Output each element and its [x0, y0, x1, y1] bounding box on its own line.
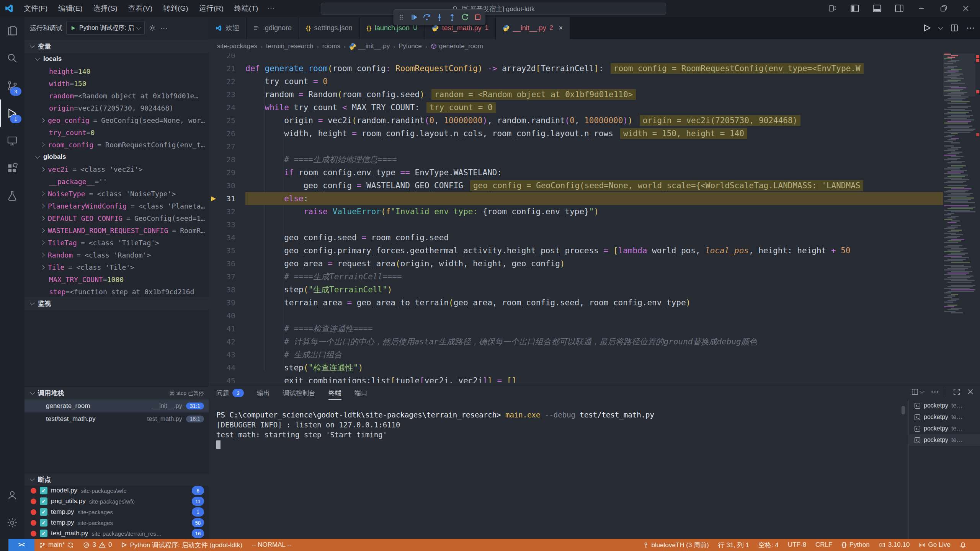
code-line[interactable]: 40 [209, 309, 943, 322]
checkbox-checked-icon[interactable]: ✓ [40, 530, 47, 537]
variable-row[interactable]: room_config = RoomRequestConfig(env_t… [24, 139, 209, 151]
gutter[interactable]: 25 [209, 114, 245, 127]
code-line[interactable]: 42 # 计算每一个出口的中心，然后使用astar生成路径，确保每一个出口组合都… [209, 335, 943, 348]
code-line[interactable]: 33 [209, 218, 943, 231]
variable-row[interactable]: NoiseType = <class 'NoiseType'> [24, 187, 209, 200]
gutter[interactable]: 20 [209, 54, 245, 62]
variable-row[interactable]: origin = vec2i(7205730, 9024468) [24, 102, 209, 114]
minimize-icon[interactable] [914, 2, 929, 15]
gutter[interactable]: 29 [209, 166, 245, 179]
breadcrumb-item[interactable]: site-packages [217, 42, 257, 50]
extensions-icon[interactable] [0, 155, 24, 182]
code-line[interactable]: 20 [209, 54, 943, 62]
minimap[interactable] [943, 54, 975, 383]
code-line[interactable]: 22 try_count = 0 [209, 75, 943, 88]
source-control-icon[interactable]: 3 [0, 72, 24, 99]
toggle-sidebar-icon[interactable] [848, 2, 862, 15]
run-and-debug-icon[interactable]: 1 [0, 99, 24, 127]
callstack-frame[interactable]: generate_room__init__.py31:1 [24, 399, 209, 412]
search-icon[interactable] [0, 44, 24, 72]
toggle-panel-icon[interactable] [870, 2, 884, 15]
maximize-panel-icon[interactable] [953, 388, 960, 395]
close-icon[interactable] [959, 2, 973, 15]
gitlens-author-item[interactable]: blueloveTH (3 周前) [638, 539, 714, 551]
close-icon[interactable]: × [559, 24, 563, 32]
variable-row[interactable]: height = 140 [24, 65, 209, 77]
gutter[interactable]: 44 [209, 361, 245, 374]
menu-item[interactable]: 运行(R) [194, 2, 228, 15]
minimap-slider[interactable] [943, 54, 975, 96]
code-line[interactable]: 37 # ====生成TerrainCell==== [209, 270, 943, 283]
gutter[interactable]: 30 [209, 179, 245, 192]
variable-row[interactable]: geo_config = GeoConfig(seed=None, wor… [24, 114, 209, 126]
code-line[interactable]: 23 random = Random(room_config.seed)rand… [209, 88, 943, 101]
tab---[interactable]: 欢迎 [209, 17, 247, 39]
run-python-file-icon[interactable] [923, 24, 931, 32]
continue-button[interactable] [409, 12, 420, 23]
code-line[interactable]: 32 raise ValueError(f"Invalid env type: … [209, 205, 943, 218]
variable-row[interactable]: PlanetaryWindConfig = <class 'Planeta… [24, 200, 209, 212]
menubar-more[interactable]: ··· [263, 3, 279, 14]
problems-item[interactable]: 3 0 [78, 539, 116, 551]
split-editor-icon[interactable] [950, 24, 959, 32]
breakpoint-row[interactable]: ✓temp.pysite-packages58 [24, 517, 209, 528]
gutter[interactable]: 21 [209, 62, 245, 75]
step-over-button[interactable] [421, 12, 432, 23]
code-line[interactable]: 26 width, height = room_config.layout.n_… [209, 127, 943, 140]
breadcrumb-item[interactable]: rooms [322, 42, 340, 50]
menu-item[interactable]: 文件(F) [19, 2, 52, 15]
run-dropdown-chevron-icon[interactable] [938, 25, 943, 30]
gutter[interactable]: 32 [209, 205, 245, 218]
settings-gear-icon[interactable] [0, 509, 24, 536]
menu-item[interactable]: 转到(G) [158, 2, 193, 15]
variable-row[interactable]: Random = <class 'Random'> [24, 249, 209, 261]
gutter[interactable]: 41 [209, 322, 245, 335]
terminal-instance-item[interactable]: pocketpyte… [909, 423, 980, 434]
scope-row-locals[interactable]: locals [24, 53, 209, 65]
menu-item[interactable]: 选择(S) [89, 2, 122, 15]
debug-settings-gear-icon[interactable] [149, 24, 156, 32]
code-line[interactable]: 39 terrain_area = geo_area_to_terrain(ge… [209, 296, 943, 309]
gutter[interactable]: 43 [209, 348, 245, 361]
panel-tab-终端[interactable]: 终端 [328, 386, 341, 400]
breadcrumb-item[interactable]: Pylance [399, 42, 421, 50]
gutter[interactable]: 23 [209, 88, 245, 101]
testing-icon[interactable] [0, 182, 24, 210]
tab-settings-json[interactable]: {}settings.json [299, 17, 360, 39]
gutter[interactable]: 22 [209, 75, 245, 88]
code-line[interactable]: 21def generate_room(room_config: RoomReq… [209, 62, 943, 75]
code-line[interactable]: 45 exit_combinations:list[tuple[vec2i, v… [209, 374, 943, 383]
account-icon[interactable] [0, 481, 24, 509]
scope-row-globals[interactable]: globals [24, 151, 209, 163]
watch-section-header[interactable]: 监视 [24, 297, 209, 310]
encoding-item[interactable]: UTF-8 [783, 539, 811, 551]
code-line[interactable]: 35 geo_config.primary_forces.geothermal_… [209, 244, 943, 257]
python-version-item[interactable]: 3.10.10 [874, 539, 915, 551]
terminal-instance-item[interactable]: pocketpyte… [909, 411, 980, 423]
breadcrumb-item[interactable]: generate_room [431, 42, 483, 50]
git-branch-item[interactable]: main* [34, 539, 78, 551]
eol-item[interactable]: CRLF [811, 539, 837, 551]
gutter[interactable]: 35 [209, 244, 245, 257]
panel-tab-问题[interactable]: 问题3 [216, 386, 244, 400]
terminal-instance-item[interactable]: pocketpyte… [909, 400, 980, 411]
menu-item[interactable]: 查看(V) [124, 2, 157, 15]
drag-grip-icon[interactable] [396, 12, 407, 23]
terminal-output[interactable]: PS C:\computer_science\godot-ldtk\site-p… [216, 410, 894, 450]
indentation-item[interactable]: 空格: 4 [754, 539, 783, 551]
close-panel-icon[interactable] [967, 388, 974, 395]
gutter[interactable]: ▶31 [209, 192, 245, 205]
checkbox-checked-icon[interactable]: ✓ [40, 508, 47, 516]
views-more-icon[interactable]: ··· [160, 24, 168, 33]
code-line[interactable]: 41 # ====检查连通性==== [209, 322, 943, 335]
cursor-position-item[interactable]: 行 31, 列 1 [714, 539, 754, 551]
checkbox-checked-icon[interactable]: ✓ [40, 487, 47, 494]
variable-row[interactable]: step = <function step at 0x1bf9cd216d [24, 285, 209, 297]
gutter[interactable]: 26 [209, 127, 245, 140]
menu-item[interactable]: 终端(T) [230, 2, 263, 15]
gutter[interactable]: 38 [209, 283, 245, 296]
remote-explorer-icon[interactable] [0, 127, 24, 155]
variable-row[interactable]: Tile = <class 'Tile'> [24, 261, 209, 273]
breakpoints-section-header[interactable]: 断点 [24, 473, 209, 486]
remote-indicator[interactable]: >< [8, 539, 34, 551]
